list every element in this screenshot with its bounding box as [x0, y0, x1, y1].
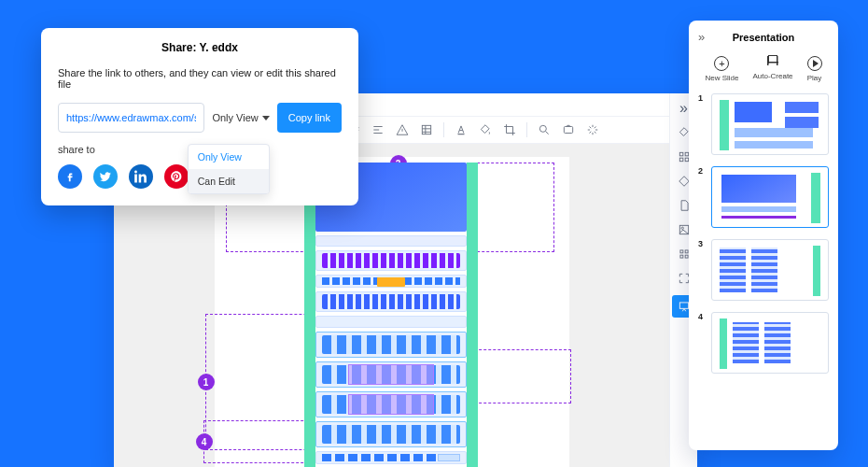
- slide-number: 1: [698, 93, 706, 103]
- slide-item: 1: [698, 93, 829, 155]
- slide-item: 4: [698, 312, 829, 374]
- slide-thumb-3[interactable]: [711, 239, 829, 301]
- screenshot-icon[interactable]: [561, 122, 576, 137]
- slide-thumb-1[interactable]: [711, 93, 829, 155]
- play-label: Play: [807, 74, 822, 82]
- rack-patch-purple: [315, 250, 467, 271]
- rack-patch-blue: [315, 291, 467, 312]
- share-mode-dropdown[interactable]: Only View Only View Can Edit: [212, 112, 269, 123]
- copy-link-button[interactable]: Copy link: [277, 103, 342, 133]
- svg-rect-11: [679, 250, 682, 253]
- svg-rect-1: [422, 125, 430, 134]
- svg-rect-8: [685, 158, 689, 162]
- rack-server: [315, 332, 467, 358]
- slide-thumb-2[interactable]: [711, 166, 829, 228]
- mode-option-only-view[interactable]: Only View: [189, 145, 269, 169]
- sparkle-icon[interactable]: [585, 122, 600, 137]
- slide-item: 3: [698, 239, 829, 301]
- svg-rect-2: [458, 134, 465, 134]
- warning-icon[interactable]: [395, 122, 410, 137]
- new-slide-button[interactable]: New Slide: [705, 56, 738, 82]
- svg-point-3: [539, 125, 546, 132]
- slide-number: 2: [698, 166, 706, 176]
- table-icon[interactable]: [419, 122, 434, 137]
- text-color-icon[interactable]: [454, 122, 469, 137]
- presentation-panel: » Presentation New Slide Auto-Create Pla…: [689, 21, 838, 450]
- new-slide-label: New Slide: [705, 74, 738, 82]
- play-button[interactable]: Play: [807, 56, 822, 82]
- mode-option-can-edit[interactable]: Can Edit: [189, 169, 269, 193]
- presentation-title: Presentation: [733, 32, 795, 43]
- slide-thumb-4[interactable]: [711, 312, 829, 374]
- share-dialog: Share: Y. eddx Share the link to others,…: [41, 28, 358, 205]
- svg-rect-5: [679, 152, 683, 156]
- server-rack: [304, 163, 478, 467]
- fill-icon[interactable]: [478, 122, 493, 137]
- svg-rect-12: [685, 250, 688, 253]
- callout-badge-1: 1: [198, 374, 215, 390]
- svg-rect-14: [685, 255, 688, 258]
- chevron-down-icon: [262, 116, 270, 120]
- svg-point-10: [681, 227, 683, 229]
- slide-number: 3: [698, 239, 706, 248]
- collapse-icon[interactable]: »: [698, 30, 705, 44]
- share-url-input[interactable]: [58, 103, 204, 133]
- rack-keyboard: [315, 235, 467, 247]
- crop-icon[interactable]: [502, 122, 517, 137]
- svg-rect-4: [564, 127, 572, 134]
- slide-list: 1 2 3: [698, 93, 829, 441]
- pinterest-icon[interactable]: [164, 164, 189, 189]
- facebook-icon[interactable]: [58, 164, 82, 189]
- rack-blank: [315, 316, 467, 328]
- align-icon[interactable]: [371, 122, 385, 137]
- rack-server-selected: [315, 391, 467, 417]
- svg-rect-7: [679, 158, 683, 162]
- share-title: Share: Y. eddx: [58, 41, 342, 54]
- svg-rect-15: [679, 303, 688, 308]
- rack-module: [315, 451, 467, 464]
- svg-rect-13: [679, 255, 682, 258]
- rack-server-selected: [315, 361, 467, 388]
- twitter-icon[interactable]: [93, 164, 118, 189]
- share-mode-menu: Only View Can Edit: [188, 144, 270, 194]
- auto-create-label: Auto-Create: [752, 72, 792, 80]
- auto-create-button[interactable]: Auto-Create: [752, 56, 792, 82]
- rack-io-panel: [315, 275, 467, 288]
- slide-number: 4: [698, 312, 706, 321]
- slide-item: 2: [698, 166, 829, 228]
- toolbar-divider: [526, 122, 527, 137]
- svg-rect-6: [685, 152, 689, 156]
- search-icon[interactable]: [537, 122, 552, 137]
- share-description: Share the link to others, and they can v…: [58, 67, 342, 90]
- rack-server: [315, 421, 467, 447]
- toolbar-divider: [443, 122, 444, 137]
- share-mode-label: Only View: [212, 112, 258, 123]
- linkedin-icon[interactable]: [129, 164, 153, 189]
- callout-badge-4: 4: [196, 433, 213, 450]
